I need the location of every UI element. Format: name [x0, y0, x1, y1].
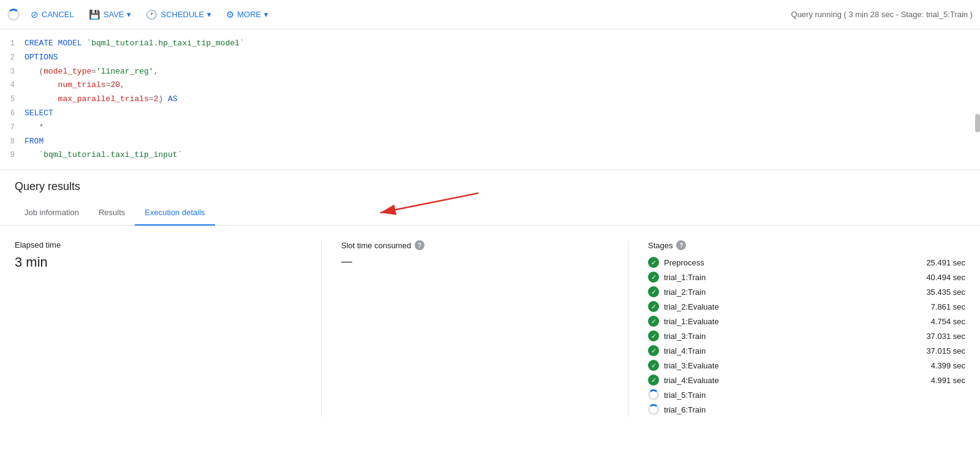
stage-done-icon: ✓	[648, 360, 659, 371]
line-content: num_trials=20,	[24, 79, 980, 92]
query-status: Query running ( 3 min 28 sec - Stage: tr…	[791, 10, 973, 19]
code-line: 9 `bqml_tutorial.taxi_tip_input`	[0, 148, 980, 162]
line-content: (model_type='linear_reg',	[24, 66, 980, 78]
more-dropdown-icon: ▾	[264, 10, 268, 19]
stage-done-icon: ✓	[648, 286, 659, 297]
editor-lines: 1CREATE MODEL `bqml_tutorial.hp_taxi_tip…	[0, 37, 980, 162]
slot-time-col: Slot time consumed ? —	[322, 240, 628, 417]
stage-name: trial_2:Evaluate	[664, 302, 926, 311]
stages-help-icon[interactable]: ?	[676, 240, 686, 250]
code-line: 3 (model_type='linear_reg',	[0, 65, 980, 79]
save-icon: 💾	[89, 9, 100, 20]
cancel-icon: ⊘	[31, 9, 39, 20]
code-line: 1CREATE MODEL `bqml_tutorial.hp_taxi_tip…	[0, 37, 980, 51]
stage-row: trial_5:Train	[648, 387, 965, 402]
stage-done-icon: ✓	[648, 316, 659, 327]
stage-done-icon: ✓	[648, 345, 659, 356]
line-content: OPTIONS	[24, 51, 980, 64]
stage-done-icon: ✓	[648, 272, 659, 283]
stage-time: 40.494 sec	[926, 273, 965, 282]
stage-row: ✓trial_1:Evaluate4.754 sec	[648, 314, 965, 329]
stage-time: 4.754 sec	[931, 317, 965, 326]
code-line: 8FROM	[0, 135, 980, 149]
code-editor[interactable]: 1CREATE MODEL `bqml_tutorial.hp_taxi_tip…	[0, 29, 980, 170]
stage-row: ✓Preprocess25.491 sec	[648, 255, 965, 270]
stage-time: 37.015 sec	[926, 346, 965, 356]
line-number: 9	[0, 150, 24, 161]
code-line: 5 max_parallel_trials=2) AS	[0, 93, 980, 107]
tabs-list: Job informationResultsExecution details	[15, 200, 215, 225]
tab-results[interactable]: Results	[89, 200, 135, 226]
stage-name: Preprocess	[664, 258, 921, 267]
schedule-icon: 🕐	[146, 9, 157, 20]
stages-list: ✓Preprocess25.491 sec✓trial_1:Train40.49…	[648, 255, 965, 417]
line-number: 5	[0, 94, 24, 105]
elapsed-time-value: 3 min	[15, 254, 301, 270]
line-number: 1	[0, 38, 24, 50]
loading-spinner	[7, 9, 20, 21]
line-content: FROM	[24, 135, 980, 148]
editor-scrollbar[interactable]	[975, 114, 980, 132]
toolbar: ⊘ CANCEL 💾 SAVE ▾ 🕐 SCHEDULE ▾ ⚙ MORE ▾ …	[0, 0, 980, 29]
stages-col: Stages ? ✓Preprocess25.491 sec✓trial_1:T…	[628, 240, 965, 417]
stage-row: ✓trial_2:Train35.435 sec	[648, 284, 965, 299]
stages-label: Stages ?	[648, 240, 965, 250]
slot-time-label: Slot time consumed ?	[341, 240, 608, 250]
stage-done-icon: ✓	[648, 257, 659, 268]
stage-done-icon: ✓	[648, 330, 659, 341]
code-line: 4 num_trials=20,	[0, 78, 980, 93]
stage-name: trial_3:Evaluate	[664, 361, 926, 370]
line-number: 7	[0, 122, 24, 134]
stage-name: trial_5:Train	[664, 390, 960, 400]
stage-name: trial_3:Train	[664, 332, 921, 341]
stage-running-icon	[648, 404, 659, 415]
results-title: Query results	[0, 170, 980, 200]
save-button[interactable]: 💾 SAVE ▾	[83, 6, 138, 24]
more-button[interactable]: ⚙ MORE ▾	[220, 6, 274, 24]
query-results-panel: Query results Job informationResultsExec…	[0, 170, 980, 417]
stage-name: trial_4:Evaluate	[664, 376, 926, 385]
line-content: max_parallel_trials=2) AS	[24, 93, 980, 106]
stage-row: ✓trial_4:Train37.015 sec	[648, 343, 965, 358]
code-line: 2OPTIONS	[0, 51, 980, 65]
stage-row: ✓trial_3:Evaluate4.399 sec	[648, 358, 965, 373]
line-number: 3	[0, 66, 24, 78]
code-line: 7 *	[0, 121, 980, 135]
stage-name: trial_1:Train	[664, 273, 921, 282]
stage-row: trial_6:Train	[648, 402, 965, 417]
stage-row: ✓trial_4:Evaluate4.991 sec	[648, 373, 965, 387]
cancel-button[interactable]: ⊘ CANCEL	[24, 6, 80, 24]
stage-time: 35.435 sec	[926, 287, 965, 297]
line-content: CREATE MODEL `bqml_tutorial.hp_taxi_tip_…	[24, 37, 980, 50]
stage-time: 25.491 sec	[926, 258, 965, 267]
slot-time-value: —	[341, 255, 608, 268]
stage-name: trial_2:Train	[664, 287, 921, 297]
schedule-button[interactable]: 🕐 SCHEDULE ▾	[140, 6, 217, 24]
stage-done-icon: ✓	[648, 301, 659, 312]
line-number: 8	[0, 136, 24, 148]
stage-time: 7.861 sec	[931, 302, 965, 311]
line-number: 2	[0, 52, 24, 64]
stage-row: ✓trial_1:Train40.494 sec	[648, 270, 965, 284]
stage-time: 4.991 sec	[931, 376, 965, 385]
tab-execution[interactable]: Execution details	[135, 200, 214, 226]
line-content: *	[24, 121, 980, 134]
tab-job-info[interactable]: Job information	[15, 200, 89, 226]
line-content: `bqml_tutorial.taxi_tip_input`	[24, 149, 980, 162]
line-number: 6	[0, 108, 24, 120]
elapsed-time-col: Elapsed time 3 min	[15, 240, 321, 417]
content-grid: Elapsed time 3 min Slot time consumed ? …	[0, 226, 980, 417]
tabs-bar: Job informationResultsExecution details	[0, 200, 980, 226]
settings-icon: ⚙	[226, 9, 234, 20]
stage-running-icon	[648, 389, 659, 400]
stage-name: trial_4:Train	[664, 346, 921, 356]
code-line: 6SELECT	[0, 107, 980, 121]
stage-row: ✓trial_3:Train37.031 sec	[648, 329, 965, 343]
stage-name: trial_6:Train	[664, 405, 960, 414]
slot-time-help-icon[interactable]: ?	[415, 240, 424, 250]
schedule-dropdown-icon: ▾	[207, 10, 211, 19]
line-content: SELECT	[24, 107, 980, 120]
save-dropdown-icon: ▾	[127, 10, 131, 19]
line-number: 4	[0, 80, 24, 91]
stage-row: ✓trial_2:Evaluate7.861 sec	[648, 299, 965, 314]
